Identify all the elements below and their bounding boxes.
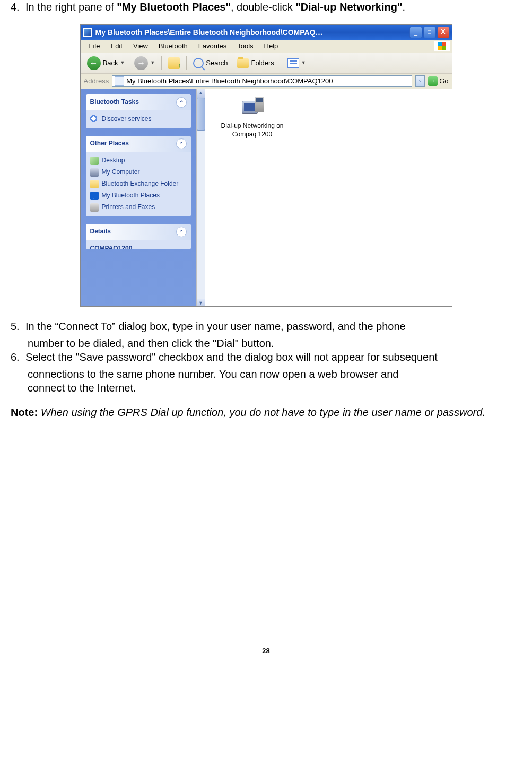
step-5: 5.In the “Connect To” dialog box, type i… — [11, 319, 521, 333]
collapse-icon[interactable]: ⌃ — [176, 97, 187, 108]
step4-mid: , double-click — [231, 1, 295, 13]
address-path: My Bluetooth Places\Entire Bluetooth Nei… — [126, 77, 333, 86]
title-bar[interactable]: My Bluetooth Places\Entire Bluetooth Nei… — [81, 25, 452, 40]
panel-header-other[interactable]: Other Places⌃ — [86, 136, 191, 152]
desktop-icon — [90, 157, 99, 165]
address-icon — [115, 76, 124, 86]
forward-icon: → — [134, 56, 148, 70]
forward-button[interactable]: →▼ — [131, 55, 158, 72]
folder-icon — [90, 180, 99, 188]
step-4: 4.In the right pane of "My Bluetooth Pla… — [11, 0, 521, 14]
panel-details: Details⌃ COMPAQ1200 — [86, 224, 191, 249]
panel-title-details: Details — [90, 228, 111, 236]
scroll-track[interactable] — [197, 98, 205, 299]
sidebar-item-exchange-folder[interactable]: Bluetooth Exchange Folder — [90, 178, 187, 190]
menu-favorites[interactable]: Favorites — [193, 41, 232, 52]
panel-title-tasks: Bluetooth Tasks — [90, 98, 139, 107]
folders-button[interactable]: Folders — [234, 57, 277, 70]
dial-up-networking-icon — [240, 97, 265, 119]
window-title: My Bluetooth Places\Entire Bluetooth Nei… — [95, 28, 409, 37]
up-button[interactable] — [165, 56, 183, 71]
menu-edit[interactable]: Edit — [105, 41, 127, 52]
sidebar-item-discover-services[interactable]: Discover services — [90, 114, 187, 125]
menu-bar: File Edit View Bluetooth Favorites Tools… — [81, 40, 452, 53]
panel-title-other: Other Places — [90, 140, 129, 148]
go-button[interactable]: →Go — [428, 76, 448, 86]
dial-up-networking-item[interactable]: Dial-up Networking on Compaq 1200 — [213, 97, 292, 138]
back-button[interactable]: ←Back▼ — [84, 55, 128, 72]
folder-up-icon — [168, 57, 180, 69]
scroll-thumb[interactable] — [197, 98, 205, 131]
go-label: Go — [439, 77, 448, 86]
window-icon — [83, 28, 92, 37]
bluetooth-icon — [90, 192, 99, 200]
page-number: 28 — [11, 647, 521, 663]
magnifier-icon — [90, 115, 99, 124]
folders-icon — [237, 58, 249, 68]
menu-bluetooth[interactable]: Bluetooth — [153, 41, 193, 52]
back-label: Back — [103, 59, 118, 68]
step4-bold1: "My Bluetooth Places" — [117, 1, 231, 13]
panel-header-tasks[interactable]: Bluetooth Tasks⌃ — [86, 94, 191, 110]
toolbar-separator — [186, 56, 187, 70]
address-input[interactable]: My Bluetooth Places\Entire Bluetooth Nei… — [112, 75, 412, 87]
search-button[interactable]: Search — [190, 56, 231, 70]
footer-rule — [21, 642, 511, 642]
step-5-num: 5. — [11, 319, 25, 333]
discover-label: Discover services — [102, 115, 152, 124]
scroll-up-icon[interactable]: ▲ — [197, 89, 205, 98]
back-dropdown-icon[interactable]: ▼ — [120, 60, 125, 66]
toolbar-separator — [281, 56, 281, 70]
step-6: 6.Select the "Save password" checkbox an… — [11, 350, 521, 364]
collapse-icon[interactable]: ⌃ — [176, 138, 187, 149]
sidebar-item-my-computer[interactable]: My Computer — [90, 167, 187, 178]
address-dropdown-icon[interactable]: v — [415, 75, 425, 87]
printer-icon — [90, 203, 99, 212]
scroll-down-icon[interactable]: ▼ — [197, 299, 205, 307]
step4-post: . — [402, 1, 405, 13]
details-item: COMPAQ1200 — [90, 243, 187, 249]
step-6-num: 6. — [11, 350, 25, 364]
bluetooth-places-window: My Bluetooth Places\Entire Bluetooth Nei… — [80, 24, 452, 307]
sidebar-item-printers[interactable]: Printers and Faxes — [90, 202, 187, 213]
menu-view[interactable]: View — [128, 41, 153, 52]
search-label: Search — [206, 59, 228, 68]
step-5-text-start: In the “Connect To” dialog box, type in … — [25, 320, 406, 332]
note-label: Note: — [11, 406, 38, 418]
views-button[interactable]: ▼ — [284, 57, 309, 70]
step4-bold2: "Dial-up Networking" — [295, 1, 402, 13]
forward-dropdown-icon[interactable]: ▼ — [150, 60, 155, 66]
menu-tools[interactable]: Tools — [232, 41, 258, 52]
windows-logo-icon — [434, 41, 450, 51]
address-bar: Address My Bluetooth Places\Entire Bluet… — [81, 74, 452, 89]
sidebar-item-desktop[interactable]: Desktop — [90, 155, 187, 167]
back-icon: ← — [87, 56, 101, 70]
address-label: Address — [84, 77, 109, 86]
minimize-button[interactable]: _ — [409, 27, 422, 38]
close-button[interactable]: X — [437, 27, 450, 38]
toolbar-separator — [161, 56, 162, 70]
step-5-cont: number to be dialed, and then click the … — [28, 336, 521, 350]
menu-file[interactable]: File — [84, 41, 106, 52]
collapse-icon[interactable]: ⌃ — [176, 227, 187, 237]
step-6-text-start: Select the "Save password" checkbox and … — [25, 351, 438, 363]
search-icon — [193, 58, 204, 68]
panel-other-places: Other Places⌃ Desktop My Computer Blueto… — [86, 136, 191, 216]
step-6-cont: connections to the same phone number. Yo… — [28, 367, 521, 395]
folders-label: Folders — [251, 59, 274, 68]
go-icon: → — [428, 76, 438, 86]
toolbar: ←Back▼ →▼ Search Folders ▼ — [81, 53, 452, 74]
dun-label-line1: Dial-up Networking on — [213, 122, 292, 131]
panel-header-details[interactable]: Details⌃ — [86, 224, 191, 240]
my-computer-icon — [90, 168, 99, 177]
maximize-button[interactable]: □ — [423, 27, 436, 38]
vertical-scrollbar[interactable]: ▲ ▼ — [196, 89, 205, 307]
note-paragraph: Note: When using the GPRS Dial up functi… — [11, 405, 521, 419]
step4-pre: In the right pane of — [25, 1, 117, 13]
views-dropdown-icon[interactable]: ▼ — [301, 60, 306, 66]
sidebar: Bluetooth Tasks⌃ Discover services Other… — [81, 89, 196, 307]
sidebar-item-bluetooth-places[interactable]: My Bluetooth Places — [90, 190, 187, 202]
panel-bluetooth-tasks: Bluetooth Tasks⌃ Discover services — [86, 94, 191, 128]
note-text: When using the GPRS Dial up function, yo… — [38, 406, 485, 418]
menu-help[interactable]: Help — [259, 41, 284, 52]
